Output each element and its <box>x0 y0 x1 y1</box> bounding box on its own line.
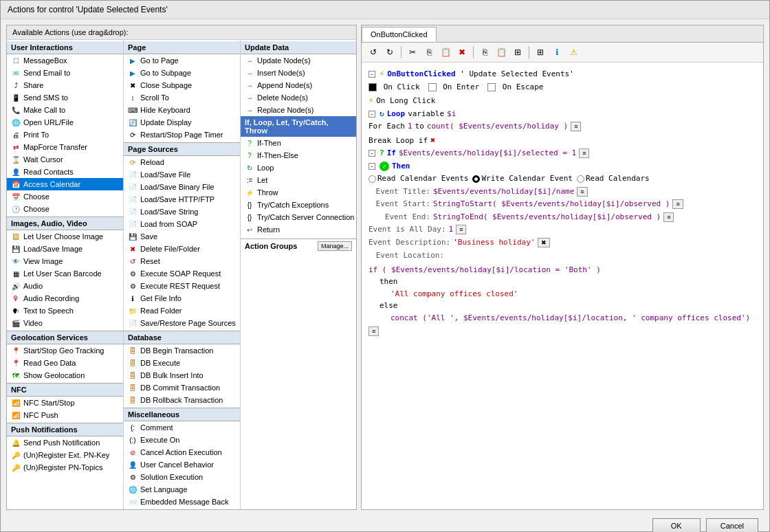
delete-button[interactable]: ✖ <box>454 45 470 60</box>
ok-button[interactable]: OK <box>652 518 701 532</box>
action-update-nodes[interactable]: → Update Node(s) <box>241 54 356 67</box>
action-db-execute[interactable]: 🗄 DB Execute <box>124 357 240 369</box>
paste-button[interactable]: 📋 <box>438 45 453 60</box>
action-load-string[interactable]: 📄 Load/Save String <box>124 206 240 218</box>
action-tts[interactable]: 🗣 Text to Speech <box>7 304 123 317</box>
action-execute-on[interactable]: (:) Execute On <box>124 434 240 446</box>
action-cancel-exec[interactable]: ⊘ Cancel Action Execution <box>124 446 240 458</box>
grid-button[interactable]: ⊞ <box>533 45 548 60</box>
action-make-call[interactable]: 📞 Make Call to <box>7 104 123 116</box>
action-loop[interactable]: ↻ Loop <box>241 162 356 174</box>
event-title-edit[interactable]: ≡ <box>577 187 587 197</box>
action-video[interactable]: 🎬 Video <box>7 317 123 329</box>
event-allday-edit[interactable]: ≡ <box>456 225 466 234</box>
event-end-edit[interactable]: ≡ <box>663 212 674 222</box>
cancel-button[interactable]: Cancel <box>706 518 758 532</box>
action-solution-exec[interactable]: ⚙ Solution Execution <box>124 471 240 483</box>
action-audio-rec[interactable]: 🎙 Audio Recording <box>7 292 123 304</box>
action-read-folder[interactable]: 📁 Read Folder <box>124 304 240 317</box>
action-scroll-to[interactable]: ↕ Scroll To <box>124 91 240 104</box>
action-db-bulk[interactable]: 🗄 DB Bulk Insert Into <box>124 369 240 381</box>
foreach-edit[interactable]: ≡ <box>571 122 581 131</box>
action-hide-keyboard[interactable]: ⌨ Hide Keyboard <box>124 104 240 116</box>
action-send-sms[interactable]: 📱 Send SMS to <box>7 91 123 104</box>
on-enter-cb[interactable]: On Enter <box>428 82 480 93</box>
action-reset[interactable]: ↺ Reset <box>124 255 240 267</box>
action-load-http[interactable]: 📄 Load/Save HTTP/FTP <box>124 193 240 206</box>
action-throw[interactable]: ⚡ Throw <box>241 186 356 199</box>
info-button[interactable]: ℹ <box>549 45 564 60</box>
manage-button[interactable]: Manage... <box>318 241 352 251</box>
copy-button[interactable]: ⎘ <box>421 45 437 60</box>
on-click-cb[interactable]: On Click <box>368 82 420 93</box>
action-nfc-push[interactable]: 📶 NFC Push <box>7 409 123 421</box>
action-choose-time[interactable]: 🕐 Choose <box>7 203 123 215</box>
action-view-image[interactable]: 👁 View Image <box>7 255 123 267</box>
action-nfc-start[interactable]: 📶 NFC Start/Stop <box>7 397 123 409</box>
action-delete-file[interactable]: ✖ Delete File/Folder <box>124 243 240 255</box>
action-if-then-else[interactable]: ? If-Then-Else <box>241 149 356 162</box>
undo-button[interactable]: ↺ <box>366 45 381 60</box>
warn-button[interactable]: ⚠ <box>566 45 581 60</box>
action-wait-cursor[interactable]: ⌛ Wait Cursor <box>7 153 123 166</box>
action-insert-nodes[interactable]: → Insert Node(s) <box>241 67 356 79</box>
loop-toggle[interactable]: - <box>368 111 375 118</box>
on-escape-cb[interactable]: On Escape <box>487 82 543 93</box>
action-delete-nodes[interactable]: → Delete Node(s) <box>241 91 356 104</box>
action-comment[interactable]: {: Comment <box>124 421 240 434</box>
action-read-geo[interactable]: 📍 Read Geo Data <box>7 357 123 369</box>
cut-button[interactable]: ✂ <box>405 45 420 60</box>
radio-read-events[interactable]: Read Calendar Events <box>368 173 468 185</box>
action-reload[interactable]: ⟳ Reload <box>124 156 240 168</box>
action-load-save-file[interactable]: 📄 Load/Save File <box>124 168 240 181</box>
action-geo-tracking[interactable]: 📍 Start/Stop Geo Tracking <box>7 344 123 357</box>
root-toggle[interactable]: - <box>368 71 375 78</box>
action-user-cancel[interactable]: 👤 User Cancel Behavior <box>124 458 240 471</box>
action-load-save-image[interactable]: 💾 Load/Save Image <box>7 243 123 255</box>
tab-onbuttonclicked[interactable]: OnButtonClicked <box>362 27 437 42</box>
paste2-button[interactable]: 📋 <box>494 45 509 60</box>
action-read-contacts[interactable]: 👤 Read Contacts <box>7 166 123 178</box>
action-choose-image[interactable]: 🖼 Let User Choose Image <box>7 230 123 243</box>
radio-write-event[interactable]: Write Calendar Event <box>472 173 572 185</box>
action-goto-subpage[interactable]: ▶ Go to Subpage <box>124 67 240 79</box>
action-scan-barcode[interactable]: ▦ Let User Scan Barcode <box>7 267 123 280</box>
action-if-then[interactable]: ? If-Then <box>241 137 356 149</box>
radio-read-calendars[interactable]: Read Calendars <box>577 173 650 185</box>
action-append-nodes[interactable]: → Append Node(s) <box>241 79 356 91</box>
action-load-soap[interactable]: 📄 Load from SOAP <box>124 218 240 230</box>
action-access-calendar[interactable]: 📅 Access Calendar <box>7 178 123 190</box>
action-let[interactable]: := Let <box>241 174 356 186</box>
action-save[interactable]: 💾 Save <box>124 230 240 243</box>
then-toggle[interactable]: - <box>368 163 375 170</box>
action-open-url[interactable]: 🌐 Open URL/File <box>7 116 123 129</box>
action-embed-msg[interactable]: 📨 Embedded Message Back <box>124 496 240 508</box>
action-share[interactable]: ⤴ Share <box>7 79 123 91</box>
action-messagebox[interactable]: ☐ MessageBox <box>7 54 123 67</box>
action-send-email[interactable]: ✉ Send Email to <box>7 67 123 79</box>
action-exec-rest[interactable]: ⚙ Execute REST Request <box>124 280 240 292</box>
action-send-push[interactable]: 🔔 Send Push Notification <box>7 436 123 449</box>
event-loc-edit[interactable]: ≡ <box>368 326 379 336</box>
action-goto-page[interactable]: ▶ Go to Page <box>124 54 240 67</box>
action-db-commit[interactable]: 🗄 DB Commit Transaction <box>124 381 240 394</box>
action-exec-soap[interactable]: ⚙ Execute SOAP Request <box>124 267 240 280</box>
action-print[interactable]: 🖨 Print To <box>7 129 123 141</box>
if-edit[interactable]: ≡ <box>579 148 589 158</box>
action-register-pn-key[interactable]: 🔑 (Un)Register Ext. PN-Key <box>7 449 123 461</box>
action-update-display[interactable]: 🔄 Update Display <box>124 116 240 129</box>
action-return[interactable]: ↩ Return <box>241 223 356 236</box>
action-restart-timer[interactable]: ⟳ Restart/Stop Page Timer <box>124 129 240 141</box>
expand-button[interactable]: ⊞ <box>510 45 525 60</box>
action-close-subpage[interactable]: ✖ Close Subpage <box>124 79 240 91</box>
event-start-edit[interactable]: ≡ <box>672 199 683 209</box>
action-mapforce[interactable]: ⇄ MapForce Transfer <box>7 141 123 153</box>
action-set-language[interactable]: 🌐 Set Language <box>124 483 240 496</box>
action-db-rollback[interactable]: 🗄 DB Rollback Transaction <box>124 394 240 406</box>
copy2-button[interactable]: ⎘ <box>477 45 492 60</box>
action-try-server[interactable]: {} Try/Catch Server Connection <box>241 211 356 223</box>
redo-button[interactable]: ↻ <box>382 45 397 60</box>
action-save-restore[interactable]: 📄 Save/Restore Page Sources <box>124 317 240 329</box>
if-toggle[interactable]: - <box>368 150 375 157</box>
event-desc-edit[interactable]: ✖ <box>538 238 550 247</box>
